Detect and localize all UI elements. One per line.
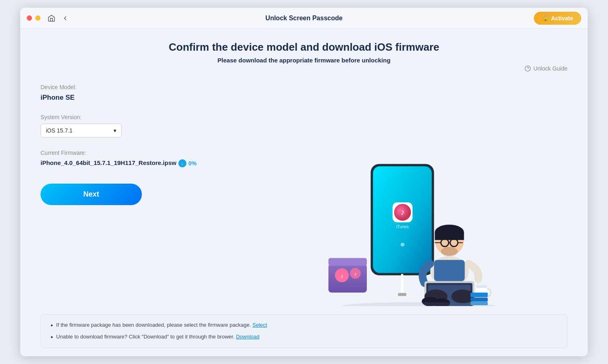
footer-notes: • If the firmware package has been downl…	[41, 314, 567, 348]
svg-rect-10	[398, 293, 407, 296]
page-subheading: Please download the appropriate firmware…	[41, 57, 567, 64]
svg-rect-30	[434, 260, 465, 281]
window-controls	[27, 15, 41, 21]
svg-text:♪: ♪	[340, 272, 344, 279]
svg-rect-37	[471, 293, 488, 297]
device-model-label: Device Model:	[41, 84, 223, 90]
bullet-1: •	[51, 322, 53, 329]
system-version-select[interactable]: iOS 15.7.1 ▾	[41, 124, 122, 137]
select-link[interactable]: Select	[253, 322, 267, 328]
activate-button[interactable]: 🔓 Activate	[534, 12, 581, 25]
note-item-2: • Unable to download firmware? Click "Do…	[51, 334, 557, 340]
system-version-group: System Version: iOS 15.7.1 ▾	[41, 114, 223, 137]
back-icon[interactable]	[61, 14, 70, 23]
chevron-down-icon: ▾	[113, 127, 116, 134]
device-model-group: Device Model: iPhone SE	[41, 84, 223, 102]
content-area: Device Model: iPhone SE System Version: …	[41, 72, 567, 310]
main-content: Confirm the device model and download iO…	[20, 29, 588, 356]
svg-rect-20	[435, 232, 464, 240]
svg-point-8	[400, 243, 404, 246]
left-panel: Device Model: iPhone SE System Version: …	[41, 72, 223, 310]
right-panel: ♪ iTunes ♪ ♪	[239, 72, 567, 310]
nav-icons	[47, 14, 70, 23]
svg-text:♪: ♪	[354, 271, 357, 277]
firmware-group: Current Firmware: iPhone_4.0_64bit_15.7.…	[41, 150, 223, 167]
svg-rect-36	[476, 285, 487, 288]
svg-text:♪: ♪	[400, 207, 405, 216]
page-heading: Confirm the device model and download iO…	[41, 41, 567, 54]
firmware-label: Current Firmware:	[41, 150, 223, 156]
illustration: ♪ iTunes ♪ ♪	[306, 160, 501, 306]
page-title: Unlock Screen Passcode	[265, 15, 343, 22]
activate-icon: 🔓	[542, 15, 549, 21]
unlock-guide-label: Unlock Guide	[533, 65, 567, 72]
device-model-value: iPhone SE	[41, 94, 223, 102]
download-link[interactable]: Download	[236, 334, 259, 340]
download-percent: 0%	[188, 160, 197, 167]
app-window: Unlock Screen Passcode 🔓 Activate Confir…	[20, 8, 588, 356]
bullet-2: •	[51, 334, 53, 340]
note-1-text: If the firmware package has been downloa…	[56, 322, 267, 328]
system-version-value: iOS 15.7.1	[46, 127, 73, 134]
download-badge: ↓ 0%	[178, 159, 197, 167]
svg-rect-38	[471, 298, 488, 301]
question-icon	[525, 65, 531, 72]
firmware-filename: iPhone_4.0_64bit_15.7.1_19H117_Restore.i…	[41, 159, 223, 167]
activate-label: Activate	[551, 15, 573, 21]
svg-rect-12	[328, 258, 367, 266]
titlebar: Unlock Screen Passcode 🔓 Activate	[20, 8, 588, 29]
download-icon: ↓	[178, 159, 186, 167]
system-version-label: System Version:	[41, 114, 223, 120]
home-icon[interactable]	[47, 14, 56, 23]
note-2-text: Unable to download firmware? Click "Down…	[56, 334, 259, 340]
close-dot[interactable]	[27, 15, 32, 21]
unlock-guide-button[interactable]: Unlock Guide	[525, 65, 567, 72]
minimize-dot[interactable]	[35, 15, 41, 21]
page-header: Confirm the device model and download iO…	[41, 41, 567, 64]
svg-point-26	[441, 247, 458, 256]
svg-text:iTunes: iTunes	[396, 225, 409, 229]
svg-rect-9	[401, 274, 403, 295]
note-item-1: • If the firmware package has been downl…	[51, 322, 557, 329]
next-button[interactable]: Next	[41, 184, 142, 205]
